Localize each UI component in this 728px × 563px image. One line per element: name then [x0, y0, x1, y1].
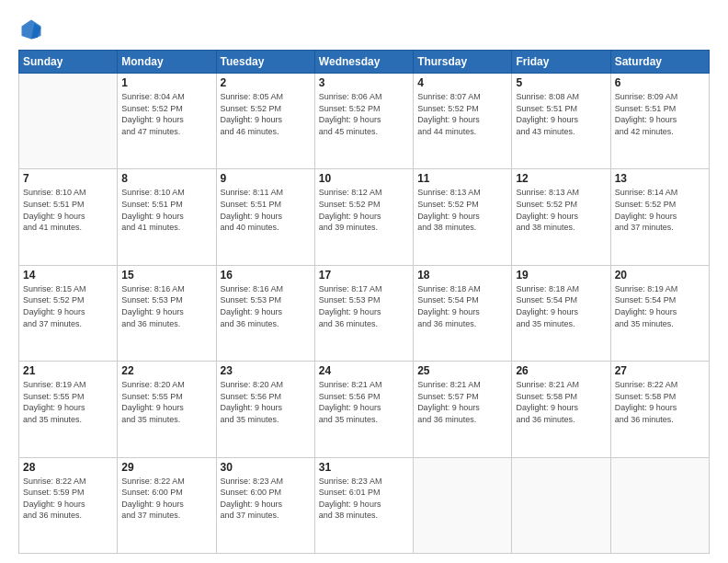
day-number: 27 [615, 364, 705, 377]
day-info: Sunrise: 8:22 AM Sunset: 5:59 PM Dayligh… [23, 476, 113, 522]
day-cell: 17Sunrise: 8:17 AM Sunset: 5:53 PM Dayli… [314, 265, 413, 361]
day-info: Sunrise: 8:21 AM Sunset: 5:56 PM Dayligh… [319, 379, 409, 425]
weekday-header-tuesday: Tuesday [216, 51, 314, 74]
day-cell [512, 457, 610, 553]
day-cell: 21Sunrise: 8:19 AM Sunset: 5:55 PM Dayli… [19, 362, 118, 457]
day-number: 14 [23, 269, 113, 282]
day-info: Sunrise: 8:16 AM Sunset: 5:53 PM Dayligh… [221, 283, 311, 329]
day-number: 10 [319, 172, 409, 185]
day-number: 22 [121, 364, 211, 377]
day-number: 17 [319, 269, 409, 282]
day-cell: 30Sunrise: 8:23 AM Sunset: 6:00 PM Dayli… [216, 457, 314, 553]
day-info: Sunrise: 8:09 AM Sunset: 5:51 PM Dayligh… [615, 91, 705, 137]
day-info: Sunrise: 8:13 AM Sunset: 5:52 PM Dayligh… [516, 187, 606, 233]
day-cell: 14Sunrise: 8:15 AM Sunset: 5:52 PM Dayli… [19, 265, 118, 361]
day-info: Sunrise: 8:10 AM Sunset: 5:51 PM Dayligh… [23, 187, 113, 233]
weekday-header-wednesday: Wednesday [314, 51, 413, 74]
day-info: Sunrise: 8:23 AM Sunset: 6:01 PM Dayligh… [319, 476, 409, 522]
weekday-header-monday: Monday [118, 51, 216, 74]
day-cell: 10Sunrise: 8:12 AM Sunset: 5:52 PM Dayli… [314, 169, 413, 265]
day-cell: 9Sunrise: 8:11 AM Sunset: 5:51 PM Daylig… [216, 169, 314, 265]
day-number: 12 [516, 172, 606, 185]
day-info: Sunrise: 8:11 AM Sunset: 5:51 PM Dayligh… [221, 187, 311, 233]
header [18, 17, 710, 42]
day-number: 30 [221, 461, 311, 474]
day-info: Sunrise: 8:07 AM Sunset: 5:52 PM Dayligh… [417, 91, 507, 137]
day-number: 8 [121, 172, 211, 185]
logo [18, 17, 48, 42]
day-info: Sunrise: 8:18 AM Sunset: 5:54 PM Dayligh… [516, 283, 606, 329]
day-info: Sunrise: 8:18 AM Sunset: 5:54 PM Dayligh… [417, 283, 507, 329]
calendar-body: 1Sunrise: 8:04 AM Sunset: 5:52 PM Daylig… [19, 74, 710, 554]
week-row-0: 1Sunrise: 8:04 AM Sunset: 5:52 PM Daylig… [19, 74, 710, 169]
day-number: 29 [121, 461, 211, 474]
day-info: Sunrise: 8:20 AM Sunset: 5:56 PM Dayligh… [221, 379, 311, 425]
day-number: 20 [615, 269, 705, 282]
day-cell: 7Sunrise: 8:10 AM Sunset: 5:51 PM Daylig… [19, 169, 118, 265]
day-info: Sunrise: 8:17 AM Sunset: 5:53 PM Dayligh… [319, 283, 409, 329]
day-number: 4 [417, 76, 507, 89]
day-cell: 22Sunrise: 8:20 AM Sunset: 5:55 PM Dayli… [118, 362, 216, 457]
day-cell: 2Sunrise: 8:05 AM Sunset: 5:52 PM Daylig… [216, 74, 314, 169]
day-cell: 11Sunrise: 8:13 AM Sunset: 5:52 PM Dayli… [414, 169, 512, 265]
day-info: Sunrise: 8:10 AM Sunset: 5:51 PM Dayligh… [121, 187, 211, 233]
day-number: 1 [121, 76, 211, 89]
day-number: 31 [319, 461, 409, 474]
day-number: 24 [319, 364, 409, 377]
day-cell: 4Sunrise: 8:07 AM Sunset: 5:52 PM Daylig… [414, 74, 512, 169]
day-cell: 13Sunrise: 8:14 AM Sunset: 5:52 PM Dayli… [610, 169, 709, 265]
day-number: 26 [516, 364, 606, 377]
day-number: 23 [221, 364, 311, 377]
week-row-3: 21Sunrise: 8:19 AM Sunset: 5:55 PM Dayli… [19, 362, 710, 457]
day-number: 21 [23, 364, 113, 377]
day-cell: 31Sunrise: 8:23 AM Sunset: 6:01 PM Dayli… [314, 457, 413, 553]
day-number: 3 [319, 76, 409, 89]
day-info: Sunrise: 8:20 AM Sunset: 5:55 PM Dayligh… [121, 379, 211, 425]
day-cell: 1Sunrise: 8:04 AM Sunset: 5:52 PM Daylig… [118, 74, 216, 169]
day-number: 28 [23, 461, 113, 474]
day-cell: 23Sunrise: 8:20 AM Sunset: 5:56 PM Dayli… [216, 362, 314, 457]
day-cell: 12Sunrise: 8:13 AM Sunset: 5:52 PM Dayli… [512, 169, 610, 265]
week-row-4: 28Sunrise: 8:22 AM Sunset: 5:59 PM Dayli… [19, 457, 710, 553]
day-cell: 5Sunrise: 8:08 AM Sunset: 5:51 PM Daylig… [512, 74, 610, 169]
day-info: Sunrise: 8:04 AM Sunset: 5:52 PM Dayligh… [121, 91, 211, 137]
day-info: Sunrise: 8:21 AM Sunset: 5:57 PM Dayligh… [417, 379, 507, 425]
day-info: Sunrise: 8:13 AM Sunset: 5:52 PM Dayligh… [417, 187, 507, 233]
day-number: 19 [516, 269, 606, 282]
day-info: Sunrise: 8:15 AM Sunset: 5:52 PM Dayligh… [23, 283, 113, 329]
day-cell: 6Sunrise: 8:09 AM Sunset: 5:51 PM Daylig… [610, 74, 709, 169]
day-cell: 19Sunrise: 8:18 AM Sunset: 5:54 PM Dayli… [512, 265, 610, 361]
weekday-header-sunday: Sunday [19, 51, 118, 74]
weekday-header-thursday: Thursday [414, 51, 512, 74]
day-number: 11 [417, 172, 507, 185]
day-cell: 15Sunrise: 8:16 AM Sunset: 5:53 PM Dayli… [118, 265, 216, 361]
day-cell: 3Sunrise: 8:06 AM Sunset: 5:52 PM Daylig… [314, 74, 413, 169]
calendar: SundayMondayTuesdayWednesdayThursdayFrid… [18, 50, 710, 554]
week-row-1: 7Sunrise: 8:10 AM Sunset: 5:51 PM Daylig… [19, 169, 710, 265]
weekday-header-friday: Friday [512, 51, 610, 74]
day-cell: 29Sunrise: 8:22 AM Sunset: 6:00 PM Dayli… [118, 457, 216, 553]
day-info: Sunrise: 8:16 AM Sunset: 5:53 PM Dayligh… [121, 283, 211, 329]
logo-icon [18, 17, 44, 42]
day-number: 18 [417, 269, 507, 282]
day-cell [19, 74, 118, 169]
day-info: Sunrise: 8:22 AM Sunset: 6:00 PM Dayligh… [121, 476, 211, 522]
day-info: Sunrise: 8:19 AM Sunset: 5:54 PM Dayligh… [615, 283, 705, 329]
day-cell: 25Sunrise: 8:21 AM Sunset: 5:57 PM Dayli… [414, 362, 512, 457]
day-info: Sunrise: 8:19 AM Sunset: 5:55 PM Dayligh… [23, 379, 113, 425]
day-cell [610, 457, 709, 553]
day-cell: 24Sunrise: 8:21 AM Sunset: 5:56 PM Dayli… [314, 362, 413, 457]
day-info: Sunrise: 8:12 AM Sunset: 5:52 PM Dayligh… [319, 187, 409, 233]
day-cell: 16Sunrise: 8:16 AM Sunset: 5:53 PM Dayli… [216, 265, 314, 361]
day-number: 13 [615, 172, 705, 185]
weekday-header-saturday: Saturday [610, 51, 709, 74]
day-info: Sunrise: 8:22 AM Sunset: 5:58 PM Dayligh… [615, 379, 705, 425]
header-row: SundayMondayTuesdayWednesdayThursdayFrid… [19, 51, 710, 74]
day-info: Sunrise: 8:21 AM Sunset: 5:58 PM Dayligh… [516, 379, 606, 425]
calendar-header: SundayMondayTuesdayWednesdayThursdayFrid… [19, 51, 710, 74]
day-cell: 27Sunrise: 8:22 AM Sunset: 5:58 PM Dayli… [610, 362, 709, 457]
day-number: 15 [121, 269, 211, 282]
page: SundayMondayTuesdayWednesdayThursdayFrid… [0, 0, 728, 563]
day-number: 2 [221, 76, 311, 89]
day-cell [414, 457, 512, 553]
